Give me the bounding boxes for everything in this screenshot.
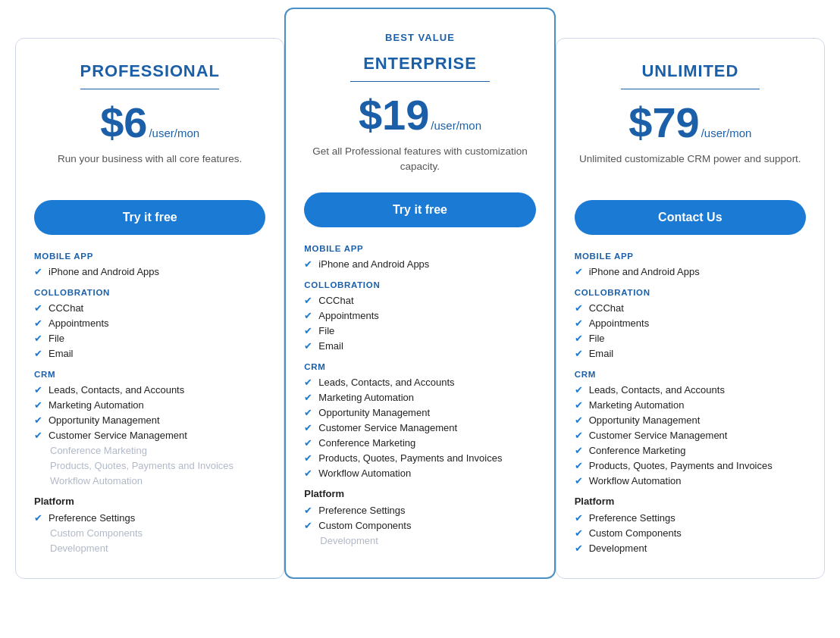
check-icon: ✔ bbox=[575, 384, 583, 396]
feature-item: ✔Appointments bbox=[575, 315, 806, 330]
feature-item: ✔Appointments bbox=[34, 315, 265, 330]
platform-feature-item: ✔Custom Components bbox=[575, 525, 806, 540]
feature-text: Customer Service Management bbox=[589, 430, 728, 441]
check-icon: ✔ bbox=[34, 348, 42, 359]
plan-description: Unlimited customizable CRM power and sup… bbox=[575, 152, 806, 185]
feature-text: CCChat bbox=[49, 302, 83, 314]
check-icon: ✔ bbox=[34, 430, 42, 441]
feature-text: Marketing Automation bbox=[49, 399, 144, 411]
platform-feature-item: ✔Preference Settings bbox=[304, 502, 535, 518]
feature-text: Opportunity Management bbox=[318, 407, 430, 418]
check-icon: ✔ bbox=[575, 333, 583, 344]
feature-category: COLLOBRATION bbox=[304, 280, 535, 289]
feature-text: Preference Settings bbox=[49, 512, 135, 524]
feature-text: Conference Marketing bbox=[589, 445, 686, 456]
feature-text: Leads, Contacts, and Accounts bbox=[589, 384, 725, 396]
check-icon: ✔ bbox=[34, 317, 42, 329]
check-icon: ✔ bbox=[575, 348, 583, 359]
feature-text: Marketing Automation bbox=[589, 399, 685, 411]
feature-item: ✔Marketing Automation bbox=[304, 389, 535, 405]
check-icon: ✔ bbox=[575, 266, 583, 277]
cta-button-enterprise[interactable]: Try it free bbox=[304, 192, 535, 227]
plan-description: Run your business with all core features… bbox=[34, 152, 265, 185]
platform-label: Platform bbox=[575, 496, 806, 507]
feature-item: ✔CCChat bbox=[575, 300, 806, 315]
check-icon: ✔ bbox=[575, 512, 583, 524]
check-icon: ✔ bbox=[34, 414, 42, 426]
feature-text: Opportunity Management bbox=[589, 414, 701, 426]
plan-divider bbox=[350, 81, 489, 82]
feature-item: ✔Leads, Contacts, and Accounts bbox=[34, 382, 265, 397]
feature-text: iPhone and Android Apps bbox=[589, 266, 700, 277]
feature-text: Development bbox=[320, 535, 378, 546]
plan-card-enterprise: BEST VALUEENTERPRISE $19 /user/mon Get a… bbox=[284, 8, 555, 579]
features-section: MOBILE APP✔iPhone and Android AppsCOLLOB… bbox=[304, 244, 535, 548]
plan-name: UNLIMITED bbox=[575, 61, 806, 81]
feature-text: Appointments bbox=[589, 317, 650, 329]
feature-item: ✔Customer Service Management bbox=[34, 427, 265, 443]
feature-category: COLLOBRATION bbox=[575, 288, 806, 297]
feature-item: ✔iPhone and Android Apps bbox=[304, 256, 535, 271]
cta-button-professional[interactable]: Try it free bbox=[34, 200, 265, 235]
platform-feature-item: ✔Development bbox=[575, 540, 806, 555]
feature-item: ✔Email bbox=[34, 346, 265, 361]
feature-text: iPhone and Android Apps bbox=[318, 258, 429, 270]
platform-feature-item: ✔Preference Settings bbox=[575, 510, 806, 525]
feature-text: CCChat bbox=[589, 302, 624, 314]
check-icon: ✔ bbox=[575, 317, 583, 329]
feature-category: MOBILE APP bbox=[575, 252, 806, 261]
feature-text: Workflow Automation bbox=[318, 468, 411, 479]
feature-item: ✔File bbox=[34, 330, 265, 346]
check-icon: ✔ bbox=[34, 333, 42, 344]
feature-item: ✔Products, Quotes, Payments and Invoices bbox=[575, 458, 806, 473]
feature-text: Products, Quotes, Payments and Invoices bbox=[318, 452, 502, 464]
price-unit: /user/mon bbox=[701, 127, 752, 139]
feature-text: File bbox=[49, 333, 64, 344]
check-icon: ✔ bbox=[304, 520, 312, 531]
feature-text: Appointments bbox=[49, 317, 109, 329]
price-amount: $6 bbox=[100, 102, 147, 144]
feature-text: Workflow Automation bbox=[50, 475, 143, 486]
feature-text: File bbox=[318, 325, 334, 336]
feature-item: ✔Opportunity Management bbox=[304, 405, 535, 420]
plan-divider bbox=[80, 89, 219, 89]
price-unit: /user/mon bbox=[149, 127, 199, 139]
pricing-container: PROFESSIONAL $6 /user/mon Run your busin… bbox=[15, 15, 825, 579]
feature-text: Preference Settings bbox=[318, 505, 405, 516]
feature-text: Conference Marketing bbox=[318, 437, 415, 449]
check-icon: ✔ bbox=[575, 414, 583, 426]
platform-label: Platform bbox=[34, 496, 265, 507]
feature-category: CRM bbox=[304, 362, 535, 371]
feature-text: File bbox=[589, 333, 605, 344]
feature-item: ✔Products, Quotes, Payments and Invoices bbox=[304, 450, 535, 465]
price-row: $19 /user/mon bbox=[304, 94, 535, 136]
platform-feature-item: Development bbox=[304, 533, 535, 548]
check-icon: ✔ bbox=[304, 392, 312, 403]
platform-feature-item: Development bbox=[34, 540, 265, 555]
feature-text: Workflow Automation bbox=[589, 475, 682, 486]
feature-item: ✔Opportunity Management bbox=[575, 412, 806, 427]
feature-text: Development bbox=[50, 543, 108, 554]
feature-text: iPhone and Android Apps bbox=[49, 266, 159, 277]
feature-item: ✔Workflow Automation bbox=[304, 465, 535, 480]
cta-button-unlimited[interactable]: Contact Us bbox=[575, 200, 806, 235]
platform-feature-item: ✔Custom Components bbox=[304, 518, 535, 533]
check-icon: ✔ bbox=[34, 512, 42, 524]
check-icon: ✔ bbox=[575, 445, 583, 456]
feature-text: Conference Marketing bbox=[50, 445, 147, 456]
feature-item: ✔iPhone and Android Apps bbox=[34, 264, 265, 279]
feature-item: ✔File bbox=[575, 330, 806, 346]
features-section: MOBILE APP✔iPhone and Android AppsCOLLOB… bbox=[575, 252, 806, 555]
check-icon: ✔ bbox=[575, 475, 583, 486]
feature-item: ✔File bbox=[304, 323, 535, 338]
best-value-badge: BEST VALUE bbox=[304, 24, 535, 54]
feature-item: ✔iPhone and Android Apps bbox=[575, 264, 806, 279]
price-row: $79 /user/mon bbox=[575, 102, 806, 144]
feature-category: CRM bbox=[575, 370, 806, 379]
feature-item: ✔Conference Marketing bbox=[575, 443, 806, 458]
feature-item: ✔CCChat bbox=[304, 292, 535, 308]
feature-item: ✔Leads, Contacts, and Accounts bbox=[304, 374, 535, 389]
platform-label: Platform bbox=[304, 488, 535, 499]
feature-item: ✔Email bbox=[304, 338, 535, 353]
check-icon: ✔ bbox=[34, 384, 42, 396]
